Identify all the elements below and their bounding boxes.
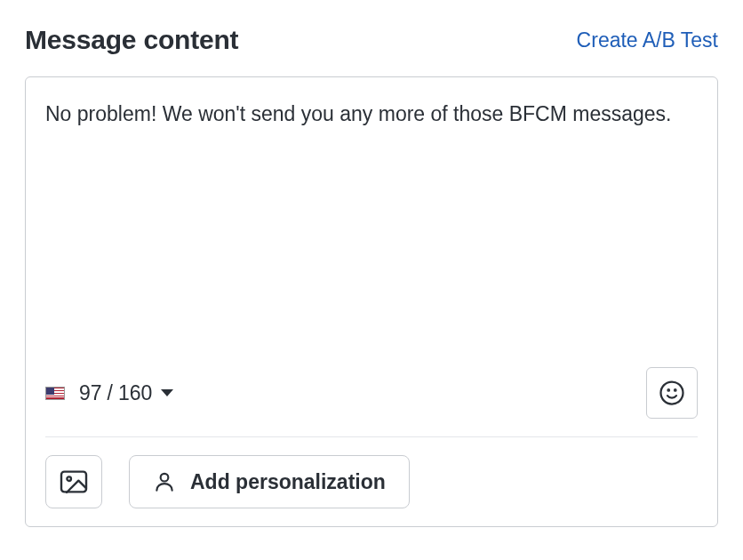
person-icon [153, 470, 176, 493]
personalize-label: Add personalization [190, 470, 386, 494]
message-editor: 97 / 160 [25, 76, 718, 527]
us-flag-icon [45, 387, 65, 400]
message-textarea[interactable] [45, 99, 698, 367]
character-count-group: 97 / 160 [45, 381, 173, 405]
add-personalization-button[interactable]: Add personalization [129, 455, 410, 508]
svg-point-2 [675, 389, 676, 391]
character-count-row: 97 / 160 [45, 367, 698, 437]
section-title: Message content [25, 25, 238, 55]
svg-point-4 [67, 476, 71, 481]
editor-actions: Add personalization [45, 437, 698, 508]
section-header: Message content Create A/B Test [25, 25, 718, 55]
char-limit: 160 [118, 381, 152, 405]
char-current: 97 [79, 381, 102, 405]
svg-point-1 [668, 389, 670, 391]
smile-icon [659, 380, 685, 406]
svg-point-5 [161, 474, 169, 482]
emoji-picker-button[interactable] [646, 367, 698, 419]
svg-rect-3 [61, 472, 86, 492]
insert-image-button[interactable] [45, 455, 102, 508]
svg-point-0 [661, 382, 683, 404]
chevron-down-icon [161, 389, 173, 396]
create-ab-test-link[interactable]: Create A/B Test [577, 28, 718, 52]
image-icon [60, 469, 88, 494]
character-count-dropdown[interactable]: 97 / 160 [79, 381, 173, 405]
